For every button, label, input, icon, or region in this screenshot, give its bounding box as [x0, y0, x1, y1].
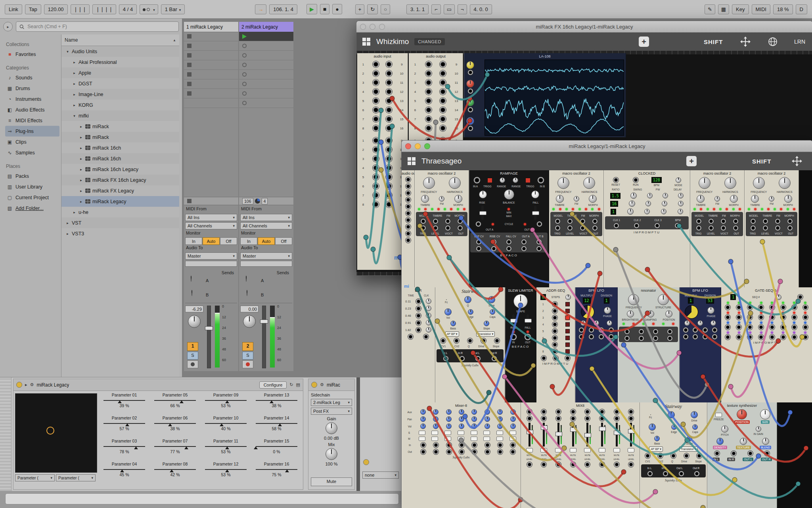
module-browser-icon[interactable]: [407, 157, 416, 165]
knob[interactable]: [663, 193, 668, 198]
macro-parameter-09[interactable]: Parameter 0953 %: [202, 393, 250, 416]
output-channel-box[interactable]: [240, 261, 292, 267]
clip-slot[interactable]: [184, 51, 238, 60]
knob[interactable]: [510, 409, 516, 415]
macro-value[interactable]: 66 %: [151, 403, 199, 408]
patch-name[interactable]: Whizkimo: [376, 37, 409, 46]
jack[interactable]: [386, 192, 392, 198]
knob[interactable]: [721, 425, 728, 433]
knob[interactable]: [449, 177, 461, 189]
solo-button[interactable]: S: [187, 352, 198, 360]
button[interactable]: [526, 448, 533, 452]
fader[interactable]: [529, 423, 530, 446]
jack[interactable]: [725, 325, 730, 330]
jack[interactable]: [521, 239, 527, 244]
clip-slot[interactable]: [184, 41, 238, 51]
jack[interactable]: [614, 462, 619, 467]
knob[interactable]: [730, 195, 738, 203]
jack[interactable]: [770, 335, 775, 340]
sidebar-item-midi-effects[interactable]: ≡MIDI Effects: [5, 115, 59, 126]
jack[interactable]: [425, 125, 432, 131]
fader[interactable]: [616, 423, 618, 446]
jack[interactable]: [425, 61, 432, 67]
jack[interactable]: [580, 219, 585, 224]
macro-parameter-14[interactable]: Parameter 1458 %: [253, 416, 301, 439]
jack[interactable]: [763, 219, 768, 224]
module-browser-icon[interactable]: [362, 37, 371, 46]
knob[interactable]: [444, 308, 452, 316]
jack[interactable]: [406, 177, 411, 182]
macro-value[interactable]: 0 %: [253, 449, 301, 454]
slider[interactable]: [481, 206, 484, 220]
jack[interactable]: [386, 174, 392, 180]
jack[interactable]: [712, 334, 717, 339]
volume-fader[interactable]: [262, 306, 266, 368]
jack[interactable]: [639, 329, 644, 334]
jack[interactable]: [599, 462, 605, 467]
jack[interactable]: [510, 449, 515, 454]
jack[interactable]: [693, 334, 698, 339]
jack[interactable]: [416, 313, 421, 318]
volume-display[interactable]: -6.29: [185, 306, 203, 312]
jack[interactable]: [506, 246, 511, 251]
jack[interactable]: [386, 116, 392, 122]
macro-value[interactable]: 40 %: [202, 426, 250, 431]
knob[interactable]: [654, 436, 660, 441]
jack[interactable]: [633, 177, 638, 183]
knob[interactable]: [426, 313, 431, 318]
knob[interactable]: [760, 409, 770, 419]
midi-channel-selector[interactable]: All Channels▾: [185, 222, 237, 229]
button[interactable]: [483, 431, 490, 435]
jack[interactable]: [425, 79, 432, 86]
knob[interactable]: [466, 98, 474, 106]
knob[interactable]: [420, 416, 426, 422]
knob[interactable]: [468, 309, 473, 315]
scene-sig[interactable]: 4: [262, 198, 268, 204]
knob[interactable]: [676, 177, 681, 183]
jack[interactable]: [440, 61, 446, 67]
mix-value[interactable]: 100 %: [311, 462, 352, 466]
jack[interactable]: [454, 338, 459, 343]
arm-button[interactable]: [242, 360, 253, 368]
punch-in-button[interactable]: ⌐: [431, 4, 441, 14]
device-activator[interactable]: [16, 382, 22, 388]
button[interactable]: [419, 431, 425, 435]
chevron-right-icon[interactable]: ▸: [72, 60, 77, 64]
knob[interactable]: [490, 309, 495, 315]
loop-length-display[interactable]: 4. 0. 0: [470, 4, 492, 14]
jack[interactable]: [580, 225, 585, 231]
jack[interactable]: [628, 416, 634, 421]
jack[interactable]: [425, 89, 432, 95]
configure-button[interactable]: Configure: [259, 381, 287, 389]
jack[interactable]: [571, 462, 576, 467]
knob[interactable]: [594, 320, 599, 326]
jack[interactable]: [416, 299, 421, 304]
knob[interactable]: [471, 416, 477, 422]
jack[interactable]: [667, 336, 672, 341]
macro-parameter-04[interactable]: Parameter 0445 %: [100, 462, 148, 485]
jack[interactable]: [433, 225, 438, 231]
minimize-icon[interactable]: [370, 24, 375, 30]
jack[interactable]: [764, 451, 770, 456]
jack[interactable]: [585, 416, 590, 421]
jack[interactable]: [775, 219, 780, 224]
punch-out-button[interactable]: ¬: [458, 4, 467, 14]
clip-stop-icon[interactable]: [187, 63, 192, 67]
clip-record-icon[interactable]: [242, 44, 247, 48]
output-channel-box[interactable]: [185, 261, 237, 267]
gain-knob[interactable]: [326, 422, 337, 434]
jack[interactable]: [787, 219, 793, 224]
scene-tempo[interactable]: 106: [242, 198, 253, 204]
jack[interactable]: [446, 449, 452, 454]
jack[interactable]: [792, 335, 797, 340]
jack[interactable]: [683, 327, 688, 333]
button[interactable]: [555, 448, 562, 452]
jack[interactable]: [440, 338, 446, 343]
clip-stop-icon[interactable]: [187, 44, 192, 48]
jack[interactable]: [440, 107, 446, 113]
track-number-button[interactable]: 2: [242, 342, 253, 351]
button[interactable]: [599, 448, 605, 452]
send-a-knob[interactable]: [191, 275, 192, 282]
macro-parameter-01[interactable]: Parameter 0139 %: [100, 393, 148, 416]
window-title-bar[interactable]: miRack Legacy/1-miRack Legacy: [402, 140, 812, 152]
